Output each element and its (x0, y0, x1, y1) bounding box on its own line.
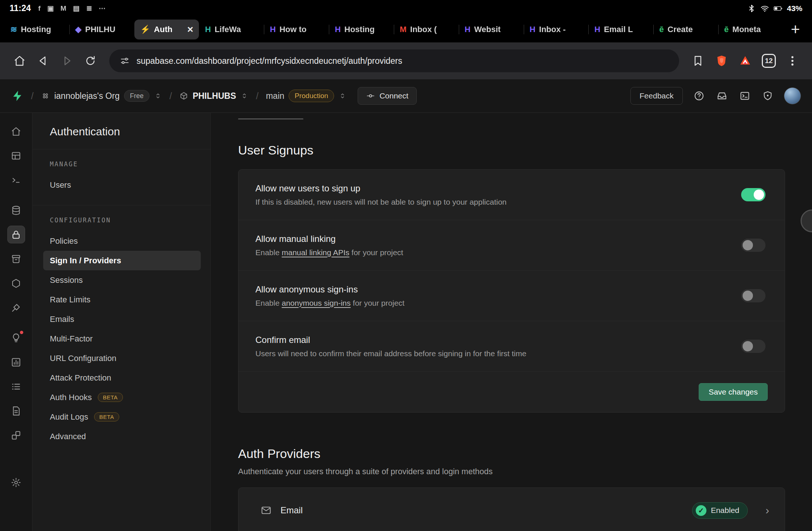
rail-item-api-docs[interactable] (7, 402, 25, 420)
site-settings-icon[interactable] (120, 56, 130, 66)
bookmark-icon[interactable] (687, 50, 709, 72)
sidebar-item-policies[interactable]: Policies (43, 231, 201, 251)
connect-button[interactable]: Connect (358, 87, 417, 105)
check-icon: ✓ (696, 505, 706, 516)
sidebar-item-label: Multi-Factor (50, 334, 93, 344)
browser-tab[interactable]: HWebsit (459, 17, 524, 42)
sidebar-item-label: Auth Hooks (50, 393, 92, 402)
browser-tab[interactable]: ēCreate (653, 17, 718, 42)
sidebar-item-sessions[interactable]: Sessions (43, 270, 201, 290)
browser-tab-active[interactable]: ⚡Auth× (134, 20, 199, 39)
tab-counter[interactable]: 12 (758, 50, 780, 72)
rail-item-authentication[interactable] (7, 226, 25, 243)
breadcrumb-branch[interactable]: main Production (266, 90, 347, 102)
brave-shield-icon[interactable] (711, 50, 732, 72)
tab-favicon: H (205, 25, 211, 34)
browser-tab[interactable]: HHow to (264, 17, 329, 42)
project-switcher-icon[interactable] (240, 92, 248, 100)
rail-item-reports[interactable] (7, 353, 25, 371)
toggle-off[interactable] (741, 239, 765, 252)
rail-item-home[interactable] (7, 122, 25, 140)
sidebar-item-advanced[interactable]: Advanced (43, 427, 201, 446)
back-icon[interactable] (32, 50, 54, 72)
provider-status: Enabled (711, 506, 739, 515)
rail-item-logs[interactable] (7, 378, 25, 395)
sidebar-item-emails[interactable]: Emails (43, 309, 201, 329)
sidebar-item-label: Sessions (50, 275, 83, 285)
rail-item-edge-functions[interactable] (7, 274, 25, 292)
browser-tab[interactable]: ≋Hosting (4, 17, 69, 42)
branch-switcher-icon[interactable] (338, 92, 347, 100)
security-icon[interactable] (760, 88, 775, 103)
facebook-app-icon: f (38, 4, 41, 13)
sidebar-item-label: Sign In / Providers (50, 256, 121, 266)
setting-description: If this is disabled, new users will not … (255, 198, 507, 206)
sidebar-item-label: Users (50, 180, 71, 190)
forward-icon[interactable] (56, 50, 78, 72)
sidebar-item-attack-protection[interactable]: Attack Protection (43, 368, 201, 388)
rail-item-settings[interactable] (7, 473, 25, 491)
calendar-app-icon: ▤ (73, 4, 80, 13)
sidebar-item-url-configuration[interactable]: URL Configuration (43, 348, 201, 368)
sidebar-item-rate-limits[interactable]: Rate Limits (43, 290, 201, 309)
card-footer: Save changes (238, 372, 785, 412)
breadcrumb-project[interactable]: PHILHUBS (179, 91, 249, 101)
tab-label: Hosting (21, 25, 63, 34)
breadcrumb-org[interactable]: iannoblejas's Org Free (41, 90, 162, 102)
browser-tab[interactable]: HInbox - (524, 17, 589, 42)
browser-tab[interactable]: HHosting (329, 17, 394, 42)
rail-item-table-editor[interactable] (7, 147, 25, 164)
sidebar-item-audit-logs[interactable]: Audit LogsBETA (43, 407, 201, 427)
feedback-button[interactable]: Feedback (630, 87, 683, 105)
toggle-off[interactable] (741, 340, 765, 353)
avatar[interactable] (784, 87, 801, 104)
status-bar: 11:24 f▣M▤≣⋯ 43% (0, 0, 812, 17)
notes-app-icon: ≣ (86, 4, 92, 13)
provider-row-email[interactable]: Email✓Enabled› (238, 488, 785, 531)
wifi-icon (760, 4, 769, 13)
browser-tab[interactable]: MInbox ( (394, 17, 459, 42)
inbox-icon[interactable] (715, 88, 729, 103)
sidebar-item-auth-hooks[interactable]: Auth HooksBETA (43, 388, 201, 407)
org-switcher-icon[interactable] (154, 92, 162, 100)
browser-tab[interactable]: ◆PHILHU (69, 17, 134, 42)
toggle-off[interactable] (741, 289, 765, 302)
sidebar-item-users[interactable]: Users (43, 175, 201, 195)
docs-link[interactable]: anonymous sign-ins (282, 299, 351, 307)
browser-menu-icon[interactable] (782, 50, 803, 72)
tab-close-icon[interactable]: × (187, 24, 193, 35)
sidebar-item-label: Advanced (50, 432, 86, 441)
setting-title: Allow manual linking (255, 234, 403, 244)
browser-tab[interactable]: ēMoneta (718, 17, 783, 42)
branch-name: main (266, 91, 284, 101)
sidebar-item-sign-in-providers[interactable]: Sign In / Providers (43, 251, 201, 270)
rail-item-sql-editor[interactable] (7, 171, 25, 189)
toggle-on[interactable] (741, 188, 765, 201)
save-changes-button[interactable]: Save changes (699, 383, 768, 401)
rail-item-realtime[interactable] (7, 299, 25, 316)
breadcrumb-separator: / (169, 91, 172, 101)
docs-link[interactable]: manual linking APIs (282, 248, 349, 257)
rail-item-storage[interactable] (7, 250, 25, 268)
notification-dot (19, 330, 24, 335)
rail-item-advisors[interactable] (7, 329, 25, 347)
rail-item-database[interactable] (7, 201, 25, 219)
browser-tab[interactable]: HEmail L (588, 17, 653, 42)
tab-favicon: H (335, 25, 341, 34)
rail-item-integrations[interactable] (7, 426, 25, 444)
help-icon[interactable] (692, 88, 706, 103)
brave-rewards-icon[interactable] (734, 50, 756, 72)
new-tab-button[interactable]: + (783, 21, 808, 38)
browser-tab[interactable]: HLifeWa (199, 17, 264, 42)
reload-icon[interactable] (80, 50, 101, 72)
terminal-window-icon[interactable] (737, 88, 752, 103)
supabase-logo-icon[interactable] (11, 90, 24, 102)
url-bar[interactable]: supabase.com/dashboard/project/mrfcysidx… (109, 49, 679, 72)
sidebar-item-label: Attack Protection (50, 373, 111, 383)
browser-toolbar: supabase.com/dashboard/project/mrfcysidx… (0, 42, 812, 79)
home-icon[interactable] (9, 50, 30, 72)
setting-description: Enable manual linking APIs for your proj… (255, 248, 403, 257)
sidebar-item-multi-factor[interactable]: Multi-Factor (43, 329, 201, 348)
tab-favicon: H (530, 25, 536, 34)
setting-row: Allow new users to sign upIf this is dis… (238, 170, 785, 220)
